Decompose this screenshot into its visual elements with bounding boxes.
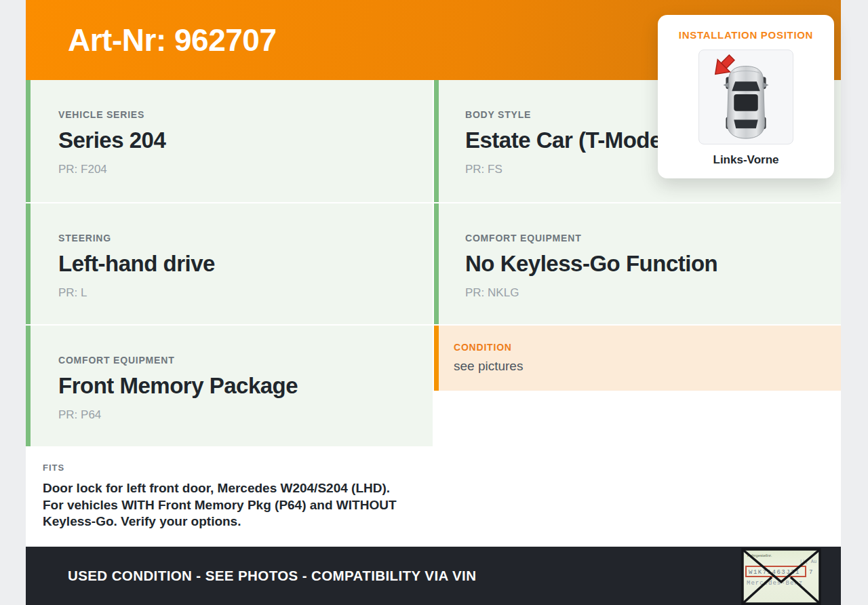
installation-position-card: INSTALLATION POSITION (658, 15, 834, 178)
spec-label: COMFORT EQUIPMENT (465, 232, 841, 244)
spec-card-keyless-go: COMFORT EQUIPMENT No Keyless-Go Function… (434, 203, 841, 324)
spec-card-content: STEERING Left-hand drive PR: L (31, 203, 433, 300)
car-top-view-left-front-icon (699, 50, 793, 144)
installation-position-caption: Links-Vorne (658, 153, 834, 167)
footer-text: USED CONDITION - SEE PHOTOS - COMPATIBIL… (68, 568, 476, 584)
vin-document-envelope-icon: Fahrgestellnr. |¹| Au W1K71463J31 7 Merc… (741, 548, 821, 605)
condition-card: CONDITION see pictures (434, 326, 841, 391)
doc-vin-suffix-text: 7 (809, 569, 812, 576)
article-number-title: Art-Nr: 962707 (68, 22, 276, 58)
condition-label: CONDITION (454, 341, 841, 353)
spec-card-vehicle-series: VEHICLE SERIES Series 204 PR: F204 (26, 80, 433, 202)
spec-label: VEHICLE SERIES (58, 109, 433, 121)
spec-card-steering: STEERING Left-hand drive PR: L (26, 203, 433, 324)
fits-section: FITS Door lock for left front door, Merc… (26, 446, 433, 547)
condition-value: see pictures (454, 358, 841, 374)
spec-pr-code: PR: F204 (58, 163, 433, 176)
spec-card-memory-package: COMFORT EQUIPMENT Front Memory Package P… (26, 326, 433, 446)
spec-card-content: VEHICLE SERIES Series 204 PR: F204 (31, 80, 433, 176)
spec-value: Front Memory Package (58, 372, 433, 399)
spec-label: COMFORT EQUIPMENT (58, 354, 433, 366)
registration-document-image: Fahrgestellnr. |¹| Au W1K71463J31 7 Merc… (741, 548, 821, 605)
product-sheet: Art-Nr: 962707 VEHICLE SERIES Series 204… (26, 0, 841, 605)
installation-position-title: INSTALLATION POSITION (658, 28, 834, 41)
spec-label: STEERING (58, 232, 433, 244)
spec-pr-code: PR: P64 (58, 408, 433, 422)
spec-value: Left-hand drive (58, 250, 433, 277)
spec-card-content: COMFORT EQUIPMENT No Keyless-Go Function… (439, 203, 841, 300)
page: Art-Nr: 962707 VEHICLE SERIES Series 204… (0, 0, 868, 605)
fits-description: Door lock for left front door, Mercedes … (43, 480, 409, 530)
spec-card-content: COMFORT EQUIPMENT Front Memory Package P… (31, 326, 433, 422)
spec-pr-code: PR: NKLG (465, 286, 841, 300)
spec-pr-code: PR: L (58, 286, 433, 300)
spec-value: No Keyless-Go Function (465, 250, 841, 277)
installation-position-imagebox (698, 50, 793, 144)
footer-banner: USED CONDITION - SEE PHOTOS - COMPATIBIL… (26, 547, 841, 605)
spec-value: Series 204 (58, 127, 433, 154)
fits-label: FITS (43, 463, 433, 473)
